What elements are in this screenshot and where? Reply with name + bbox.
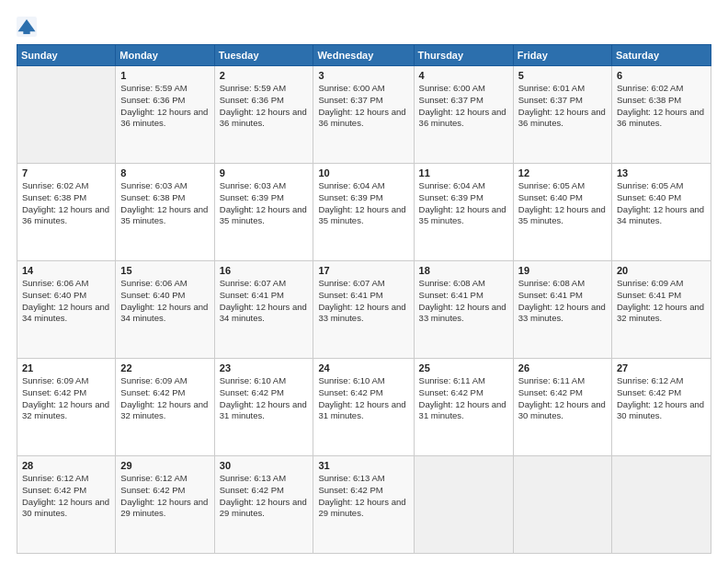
weekday-header-sunday: Sunday <box>17 45 116 66</box>
svg-rect-2 <box>23 29 29 34</box>
calendar-cell: 7Sunrise: 6:02 AMSunset: 6:38 PMDaylight… <box>17 164 116 261</box>
calendar-cell: 1Sunrise: 5:59 AMSunset: 6:36 PMDaylight… <box>116 66 214 164</box>
day-info: Sunrise: 6:09 AMSunset: 6:42 PMDaylight:… <box>22 375 110 422</box>
day-info: Sunrise: 6:09 AMSunset: 6:42 PMDaylight:… <box>120 375 209 422</box>
calendar-cell <box>17 66 116 164</box>
day-info: Sunrise: 6:12 AMSunset: 6:42 PMDaylight:… <box>22 473 110 520</box>
day-info: Sunrise: 6:03 AMSunset: 6:39 PMDaylight:… <box>220 180 309 227</box>
day-number: 1 <box>120 70 209 81</box>
day-number: 8 <box>120 167 209 178</box>
header <box>17 17 711 37</box>
calendar-cell: 14Sunrise: 6:06 AMSunset: 6:40 PMDayligh… <box>17 261 116 359</box>
weekday-header-saturday: Saturday <box>612 45 711 66</box>
day-info: Sunrise: 6:10 AMSunset: 6:42 PMDaylight:… <box>220 375 309 422</box>
day-number: 18 <box>419 265 508 276</box>
calendar-header: SundayMondayTuesdayWednesdayThursdayFrid… <box>17 45 711 66</box>
calendar-cell: 10Sunrise: 6:04 AMSunset: 6:39 PMDayligh… <box>313 164 414 261</box>
day-number: 26 <box>518 362 607 373</box>
calendar-cell: 5Sunrise: 6:01 AMSunset: 6:37 PMDaylight… <box>513 66 611 164</box>
day-info: Sunrise: 6:05 AMSunset: 6:40 PMDaylight:… <box>518 180 607 227</box>
calendar-cell: 25Sunrise: 6:11 AMSunset: 6:42 PMDayligh… <box>414 359 513 456</box>
day-number: 29 <box>120 460 209 471</box>
day-number: 4 <box>419 70 508 81</box>
day-number: 24 <box>318 362 408 373</box>
weekday-header-wednesday: Wednesday <box>313 45 414 66</box>
logo-icon <box>17 17 37 37</box>
calendar-week-row: 1Sunrise: 5:59 AMSunset: 6:36 PMDaylight… <box>17 66 711 164</box>
calendar-body: 1Sunrise: 5:59 AMSunset: 6:36 PMDaylight… <box>17 66 711 554</box>
day-number: 13 <box>617 167 706 178</box>
day-number: 17 <box>318 265 408 276</box>
day-info: Sunrise: 6:06 AMSunset: 6:40 PMDaylight:… <box>120 278 209 325</box>
day-number: 2 <box>220 70 309 81</box>
calendar-cell: 16Sunrise: 6:07 AMSunset: 6:41 PMDayligh… <box>214 261 313 359</box>
calendar-cell: 19Sunrise: 6:08 AMSunset: 6:41 PMDayligh… <box>513 261 611 359</box>
calendar-cell: 30Sunrise: 6:13 AMSunset: 6:42 PMDayligh… <box>214 456 313 554</box>
calendar-cell: 29Sunrise: 6:12 AMSunset: 6:42 PMDayligh… <box>116 456 214 554</box>
calendar-cell: 18Sunrise: 6:08 AMSunset: 6:41 PMDayligh… <box>414 261 513 359</box>
calendar-cell <box>414 456 513 554</box>
day-info: Sunrise: 6:08 AMSunset: 6:41 PMDaylight:… <box>518 278 607 325</box>
day-info: Sunrise: 6:04 AMSunset: 6:39 PMDaylight:… <box>419 180 508 227</box>
weekday-header-monday: Monday <box>116 45 214 66</box>
calendar-week-row: 7Sunrise: 6:02 AMSunset: 6:38 PMDaylight… <box>17 164 711 261</box>
day-number: 5 <box>518 70 607 81</box>
calendar-cell <box>513 456 611 554</box>
day-info: Sunrise: 6:07 AMSunset: 6:41 PMDaylight:… <box>220 278 309 325</box>
day-number: 12 <box>518 167 607 178</box>
day-number: 10 <box>318 167 408 178</box>
calendar-cell: 28Sunrise: 6:12 AMSunset: 6:42 PMDayligh… <box>17 456 116 554</box>
day-number: 16 <box>220 265 309 276</box>
day-info: Sunrise: 5:59 AMSunset: 6:36 PMDaylight:… <box>120 83 209 130</box>
calendar-cell: 23Sunrise: 6:10 AMSunset: 6:42 PMDayligh… <box>214 359 313 456</box>
calendar-cell: 31Sunrise: 6:13 AMSunset: 6:42 PMDayligh… <box>313 456 414 554</box>
day-info: Sunrise: 6:13 AMSunset: 6:42 PMDaylight:… <box>220 473 309 520</box>
day-number: 19 <box>518 265 607 276</box>
day-number: 22 <box>120 362 209 373</box>
day-number: 28 <box>22 460 110 471</box>
calendar-cell: 13Sunrise: 6:05 AMSunset: 6:40 PMDayligh… <box>612 164 711 261</box>
day-info: Sunrise: 6:02 AMSunset: 6:38 PMDaylight:… <box>617 83 706 130</box>
day-number: 30 <box>220 460 309 471</box>
calendar-cell: 21Sunrise: 6:09 AMSunset: 6:42 PMDayligh… <box>17 359 116 456</box>
calendar-cell: 27Sunrise: 6:12 AMSunset: 6:42 PMDayligh… <box>612 359 711 456</box>
calendar-cell: 12Sunrise: 6:05 AMSunset: 6:40 PMDayligh… <box>513 164 611 261</box>
day-number: 7 <box>22 167 110 178</box>
day-info: Sunrise: 6:10 AMSunset: 6:42 PMDaylight:… <box>318 375 408 422</box>
calendar-cell: 6Sunrise: 6:02 AMSunset: 6:38 PMDaylight… <box>612 66 711 164</box>
calendar-cell: 8Sunrise: 6:03 AMSunset: 6:38 PMDaylight… <box>116 164 214 261</box>
day-number: 3 <box>318 70 408 81</box>
day-info: Sunrise: 6:13 AMSunset: 6:42 PMDaylight:… <box>318 473 408 520</box>
day-info: Sunrise: 6:06 AMSunset: 6:40 PMDaylight:… <box>22 278 110 325</box>
weekday-header-tuesday: Tuesday <box>214 45 313 66</box>
calendar-cell: 22Sunrise: 6:09 AMSunset: 6:42 PMDayligh… <box>116 359 214 456</box>
calendar-cell: 3Sunrise: 6:00 AMSunset: 6:37 PMDaylight… <box>313 66 414 164</box>
day-info: Sunrise: 6:08 AMSunset: 6:41 PMDaylight:… <box>419 278 508 325</box>
calendar-cell <box>612 456 711 554</box>
day-info: Sunrise: 6:00 AMSunset: 6:37 PMDaylight:… <box>318 83 408 130</box>
calendar-cell: 26Sunrise: 6:11 AMSunset: 6:42 PMDayligh… <box>513 359 611 456</box>
day-number: 9 <box>220 167 309 178</box>
day-info: Sunrise: 5:59 AMSunset: 6:36 PMDaylight:… <box>220 83 309 130</box>
day-number: 31 <box>318 460 408 471</box>
calendar-table: SundayMondayTuesdayWednesdayThursdayFrid… <box>17 44 711 554</box>
calendar-week-row: 28Sunrise: 6:12 AMSunset: 6:42 PMDayligh… <box>17 456 711 554</box>
day-info: Sunrise: 6:12 AMSunset: 6:42 PMDaylight:… <box>120 473 209 520</box>
calendar-cell: 15Sunrise: 6:06 AMSunset: 6:40 PMDayligh… <box>116 261 214 359</box>
day-info: Sunrise: 6:00 AMSunset: 6:37 PMDaylight:… <box>419 83 508 130</box>
day-info: Sunrise: 6:03 AMSunset: 6:38 PMDaylight:… <box>120 180 209 227</box>
weekday-header-friday: Friday <box>513 45 611 66</box>
calendar-cell: 11Sunrise: 6:04 AMSunset: 6:39 PMDayligh… <box>414 164 513 261</box>
day-info: Sunrise: 6:09 AMSunset: 6:41 PMDaylight:… <box>617 278 706 325</box>
day-info: Sunrise: 6:07 AMSunset: 6:41 PMDaylight:… <box>318 278 408 325</box>
calendar-cell: 9Sunrise: 6:03 AMSunset: 6:39 PMDaylight… <box>214 164 313 261</box>
day-number: 20 <box>617 265 706 276</box>
day-info: Sunrise: 6:11 AMSunset: 6:42 PMDaylight:… <box>419 375 508 422</box>
calendar-cell: 4Sunrise: 6:00 AMSunset: 6:37 PMDaylight… <box>414 66 513 164</box>
day-number: 6 <box>617 70 706 81</box>
day-number: 27 <box>617 362 706 373</box>
calendar-week-row: 14Sunrise: 6:06 AMSunset: 6:40 PMDayligh… <box>17 261 711 359</box>
day-number: 11 <box>419 167 508 178</box>
day-info: Sunrise: 6:05 AMSunset: 6:40 PMDaylight:… <box>617 180 706 227</box>
day-number: 25 <box>419 362 508 373</box>
